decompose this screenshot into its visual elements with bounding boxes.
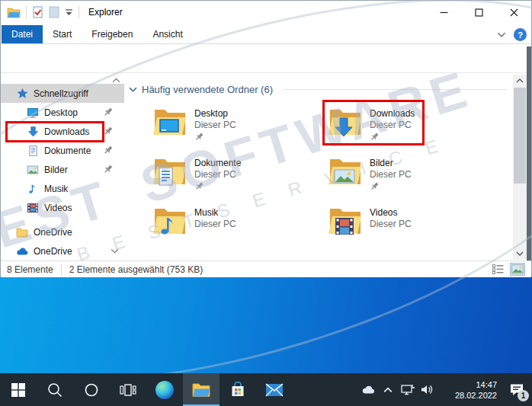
clock-date: 28.02.2022	[437, 390, 497, 401]
document-icon	[27, 145, 39, 157]
sidebar-item-videos[interactable]: Videos	[1, 198, 124, 217]
mail-button[interactable]	[256, 373, 293, 406]
pin-icon	[194, 132, 204, 142]
tray-chevron-up-icon[interactable]	[378, 373, 398, 406]
divider	[26, 6, 27, 18]
tile-location: Dieser PC	[194, 169, 241, 181]
volume-icon[interactable]	[418, 373, 437, 406]
tile-videos[interactable]: Videos Dieser PC	[327, 203, 502, 253]
tile-name: Desktop	[194, 108, 236, 120]
sidebar-item-label: Desktop	[44, 107, 78, 118]
cloud-icon	[16, 245, 28, 257]
folder-desktop-icon	[152, 106, 188, 139]
selection-info: 2 Elemente ausgewählt (753 KB)	[69, 264, 203, 275]
sidebar-item-label: Videos	[44, 203, 72, 213]
maximize-button[interactable]	[461, 1, 496, 24]
folder-documents-icon	[152, 155, 188, 189]
task-view-button[interactable]	[110, 373, 146, 406]
folder-icon	[16, 226, 28, 238]
close-icon	[510, 8, 518, 17]
sidebar-item-musik[interactable]: Musik	[1, 179, 124, 198]
sidebar-item-downloads[interactable]: Downloads	[1, 122, 124, 141]
sidebar-item-onedrive-folder[interactable]: OneDrive	[1, 222, 124, 241]
qat-customize-chevron-icon[interactable]	[65, 9, 73, 16]
scroll-down-icon[interactable]	[513, 248, 527, 260]
sidebar-item-label: Schnellzugriff	[34, 88, 88, 99]
mail-icon	[265, 383, 284, 397]
scrollbar-thumb[interactable]	[514, 88, 526, 184]
sidebar-item-onedrive-cloud[interactable]: OneDrive	[1, 241, 124, 260]
taskbar-clock[interactable]: 14:47 28.02.2022	[437, 379, 502, 401]
taskbar: 14:47 28.02.2022 1	[0, 373, 532, 406]
tile-desktop[interactable]: Desktop Dieser PC	[152, 104, 327, 154]
tile-name: Dokumente	[194, 158, 241, 169]
explorer-logo-icon	[7, 7, 21, 18]
sidebar-item-label: Musik	[44, 184, 68, 194]
group-collapse-chevron-icon[interactable]	[129, 87, 137, 92]
group-header[interactable]: Häufig verwendete Ordner (6)	[129, 84, 507, 95]
window-title: Explorer	[88, 7, 123, 18]
minimize-icon	[440, 8, 448, 17]
quick-access-toolbar	[1, 6, 79, 18]
sidebar-item-dokumente[interactable]: Dokumente	[1, 141, 124, 160]
download-arrow-icon	[27, 126, 39, 138]
ribbon-collapse-chevron-icon[interactable]	[497, 32, 506, 37]
pin-icon	[370, 181, 380, 191]
start-button[interactable]	[0, 373, 37, 406]
scroll-up-icon[interactable]	[513, 75, 527, 87]
explorer-button[interactable]	[183, 373, 220, 406]
help-icon[interactable]: ?	[514, 28, 527, 41]
explorer-icon	[192, 382, 210, 398]
properties-check-icon[interactable]	[32, 6, 43, 18]
close-button[interactable]	[496, 1, 531, 24]
action-center-button[interactable]: 1	[502, 373, 532, 406]
tile-musik[interactable]: Musik Dieser PC	[152, 203, 327, 253]
sidebar-item-schnellzugriff[interactable]: Schnellzugriff	[1, 84, 124, 103]
film-strip-icon	[27, 202, 39, 214]
view-details-icon	[492, 264, 504, 274]
network-icon[interactable]	[398, 373, 418, 406]
view-thumbnails-button[interactable]	[510, 263, 525, 276]
onedrive-tray-icon[interactable]	[358, 373, 378, 406]
tile-location: Dieser PC	[370, 120, 415, 131]
picture-icon	[27, 164, 39, 176]
edge-button[interactable]	[146, 373, 183, 406]
store-button[interactable]	[220, 373, 256, 406]
sidebar-item-bilder[interactable]: Bilder	[1, 160, 124, 179]
vertical-scrollbar[interactable]	[513, 75, 527, 260]
sidebar-item-label: Dokumente	[44, 145, 91, 156]
tile-dokumente[interactable]: Dokumente Dieser PC	[152, 154, 327, 203]
screen: Explorer Datei Start Freigeben Ansicht	[0, 0, 532, 406]
desktop-wallpaper	[0, 277, 532, 373]
task-view-icon	[120, 383, 136, 397]
divider	[61, 264, 62, 275]
taskbar-search-button[interactable]	[37, 373, 73, 406]
tab-freigeben[interactable]: Freigeben	[82, 25, 143, 43]
tab-ansicht[interactable]: Ansicht	[143, 25, 192, 43]
navigation-pane: Schnellzugriff Desktop Downloads	[1, 73, 124, 260]
divider	[79, 6, 79, 18]
tile-location: Dieser PC	[194, 120, 236, 131]
pin-icon	[103, 107, 114, 117]
item-count: 8 Elemente	[7, 264, 53, 275]
sidebar-item-label: Bilder	[44, 165, 68, 175]
tile-location: Dieser PC	[370, 219, 412, 230]
tile-downloads[interactable]: Downloads Dieser PC	[327, 104, 502, 154]
sidebar-scroll-up-icon[interactable]	[112, 78, 120, 83]
pin-icon	[370, 132, 380, 142]
tile-name: Downloads	[370, 108, 415, 120]
tile-bilder[interactable]: Bilder Dieser PC	[327, 154, 502, 203]
new-item-icon[interactable]	[49, 6, 59, 18]
folder-videos-icon	[327, 205, 364, 238]
windows-logo-icon	[11, 382, 26, 398]
tile-location: Dieser PC	[194, 219, 236, 230]
minimize-button[interactable]	[426, 1, 461, 24]
view-details-button[interactable]	[490, 263, 505, 276]
sidebar-item-desktop[interactable]: Desktop	[1, 103, 124, 122]
tab-datei[interactable]: Datei	[2, 25, 43, 43]
content-area: Schnellzugriff Desktop Downloads	[1, 73, 531, 260]
cortana-button[interactable]	[73, 373, 110, 406]
tab-start[interactable]: Start	[43, 25, 82, 43]
window-edge	[527, 46, 531, 277]
sidebar-scroll-down-icon[interactable]	[111, 248, 119, 254]
